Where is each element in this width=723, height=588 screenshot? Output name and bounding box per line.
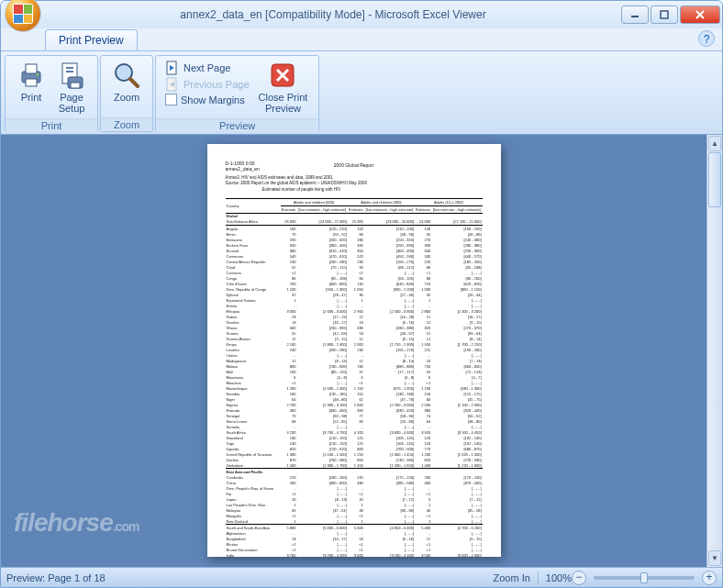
ribbon: Print Page Setup Print Zoom	[1, 50, 722, 135]
zoom-button[interactable]: Zoom	[106, 59, 147, 105]
svg-line-14	[130, 79, 138, 86]
minimize-button[interactable]	[621, 6, 649, 24]
svg-rect-9	[66, 67, 73, 69]
titlebar: annex2_data_en [Compatibility Mode] - Mi…	[1, 1, 722, 28]
preview-area[interactable]: D-1-1000 0:00annex2_data_en2000 Global R…	[1, 135, 706, 567]
next-page-button[interactable]: Next Page	[165, 61, 250, 75]
ribbon-group-preview: Next Page Previous Page Show Margins	[155, 55, 319, 132]
group-label-zoom: Zoom	[101, 117, 152, 131]
window-controls	[619, 6, 720, 24]
previous-page-button: Previous Page	[165, 77, 250, 92]
svg-point-7	[37, 73, 39, 76]
previous-page-icon	[165, 77, 180, 92]
next-page-label: Next Page	[184, 62, 230, 73]
help-button[interactable]: ?	[698, 30, 715, 47]
app-window: annex2_data_en [Compatibility Mode] - Mi…	[0, 0, 723, 588]
office-button[interactable]	[5, 0, 41, 32]
close-preview-label: Close Print Preview	[259, 92, 308, 114]
page-setup-label: Page Setup	[59, 92, 85, 114]
next-page-icon	[165, 61, 180, 75]
page-preview: D-1-1000 0:00annex2_data_en2000 Global R…	[207, 144, 501, 557]
statusbar: Preview: Page 1 of 18 Zoom In 100% − +	[1, 567, 722, 587]
zoom-slider[interactable]	[594, 576, 695, 580]
window-title: annex2_data_en [Compatibility Mode] - Mi…	[47, 8, 619, 21]
svg-rect-5	[26, 64, 37, 73]
magnifier-icon	[112, 61, 141, 90]
page-setup-button[interactable]: Page Setup	[51, 59, 92, 116]
scroll-thumb[interactable]	[708, 152, 721, 207]
svg-rect-6	[26, 79, 37, 86]
close-button[interactable]	[680, 6, 720, 24]
page-setup-icon	[57, 61, 86, 90]
show-margins-label: Show Margins	[181, 94, 245, 105]
zoom-percent: 100%	[546, 572, 572, 583]
group-label-preview: Preview	[156, 118, 318, 132]
tab-print-preview[interactable]: Print Preview	[45, 29, 138, 50]
zoom-in-button[interactable]: +	[702, 571, 717, 585]
vertical-scrollbar[interactable]: ▲ ▼	[706, 135, 722, 567]
scroll-down-button[interactable]: ▼	[708, 550, 721, 566]
print-button[interactable]: Print	[11, 59, 51, 105]
previous-page-label: Previous Page	[184, 79, 250, 90]
svg-rect-10	[66, 71, 73, 72]
scroll-track[interactable]	[707, 152, 722, 549]
status-preview-page: Preview: Page 1 of 18	[6, 572, 106, 583]
close-print-preview-button[interactable]: Close Print Preview	[253, 59, 314, 116]
preview-viewport: D-1-1000 0:00annex2_data_en2000 Global R…	[1, 135, 722, 567]
svg-rect-12	[71, 83, 80, 88]
ribbon-tabstrip: Print Preview ?	[1, 28, 722, 50]
zoom-label: Zoom	[114, 92, 139, 103]
print-label: Print	[21, 92, 42, 103]
zoom-slider-knob[interactable]	[640, 572, 648, 583]
ribbon-group-print: Print Page Setup Print	[5, 55, 98, 132]
checkbox-icon	[165, 94, 177, 105]
scroll-up-button[interactable]: ▲	[708, 136, 721, 151]
maximize-button[interactable]	[651, 6, 678, 24]
svg-rect-1	[661, 11, 668, 18]
zoom-out-button[interactable]: −	[572, 571, 586, 585]
close-preview-icon	[268, 61, 297, 90]
group-label-print: Print	[6, 118, 97, 132]
printer-icon	[17, 61, 46, 90]
ribbon-group-zoom: Zoom Zoom	[100, 55, 153, 132]
show-margins-checkbox[interactable]: Show Margins	[165, 94, 250, 105]
zoom-in-label[interactable]: Zoom In	[494, 572, 530, 583]
